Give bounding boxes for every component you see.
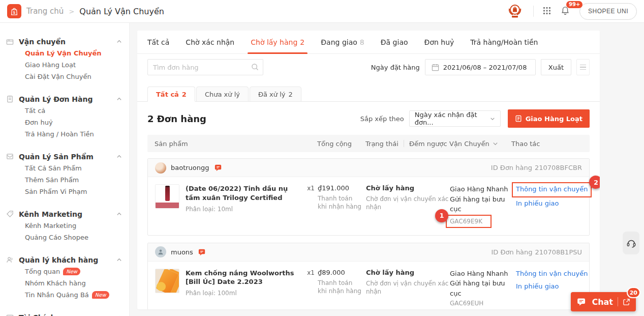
sidebar-item-marketing-channel[interactable]: Kênh Marketing: [6, 220, 122, 232]
chat-label: Chat: [592, 297, 613, 307]
mass-ship-icon: [515, 115, 522, 122]
column-status: Trạng thái: [365, 140, 398, 148]
tab-shipping[interactable]: Đang giao8: [321, 31, 364, 54]
chevron-up-icon: [116, 39, 122, 44]
order-card: muons ID Đơn hàng 210708B1PSU Kem chống …: [147, 243, 590, 310]
sidebar-section-marketing[interactable]: Kênh Marketing: [6, 208, 122, 220]
support-fab[interactable]: [623, 232, 639, 254]
sidebar-item-mass-ship[interactable]: Giao Hàng Loạt: [6, 59, 122, 71]
seller-crest-icon[interactable]: [506, 2, 524, 21]
order-status: Chờ lấy hàng: [366, 184, 450, 192]
sidebar-item-all-products[interactable]: Tất Cả Sản Phẩm: [6, 162, 122, 174]
product-quantity: x1: [307, 269, 315, 297]
breadcrumb: Trang chủ > Quản Lý Vận Chuyển: [26, 7, 164, 16]
sidebar-item-shopee-ads[interactable]: Quảng Cáo Shopee: [6, 232, 122, 243]
sidebar-item-add-product[interactable]: Thêm Sản Phẩm: [6, 174, 122, 186]
chevron-up-icon: [116, 154, 122, 159]
product-variant: Phân loại: 100ml: [186, 290, 299, 297]
annotation-box-tracking: 1 GAC69E9K: [446, 215, 492, 228]
buyer-username[interactable]: baotruongg: [171, 164, 209, 171]
shopee-logo[interactable]: S: [7, 4, 21, 18]
new-badge: New: [92, 291, 109, 299]
sidebar-item-customer-groups[interactable]: Nhóm Khách hàng: [6, 277, 122, 289]
mass-ship-button[interactable]: Giao Hàng Loạt: [508, 109, 590, 128]
headset-icon: [626, 238, 637, 249]
date-range-picker[interactable]: 2021/06/08 – 2021/07/08: [425, 59, 536, 75]
shipping-management-panel: Tất cả Chờ xác nhận Chờ lấy hàng2 Đang g…: [137, 31, 600, 309]
sidebar-item-returns-refunds[interactable]: Trả Hàng / Hoàn Tiền: [6, 128, 122, 140]
popout-icon[interactable]: [623, 298, 630, 306]
product-name[interactable]: (Date 06/2022) Tinh dầu nụ tầm xuân Tril…: [186, 184, 299, 203]
tab-cancelled[interactable]: Đơn huỷ: [424, 31, 454, 54]
notifications-button[interactable]: 99+: [560, 6, 570, 17]
payment-method: Thanh toán khi nhận hàng: [318, 279, 362, 295]
payment-method: Thanh toán khi nhận hàng: [318, 194, 362, 211]
chevron-up-icon: [116, 96, 122, 102]
sidebar-item-customer-overview[interactable]: Tổng quan New: [6, 266, 122, 277]
product-name[interactable]: Kem chống nắng Woolworths [Bill Úc] Date…: [186, 269, 299, 286]
sidebar-item-violating-products[interactable]: Sản Phẩm Vi Phạm: [6, 186, 122, 197]
apps-grid-icon[interactable]: [543, 7, 551, 16]
product-image: [155, 269, 179, 293]
sidebar-section-finance[interactable]: Tài Chính: [6, 311, 122, 316]
print-waybill-link[interactable]: In phiếu giao: [516, 198, 583, 209]
shipping-info-link[interactable]: Thông tin vận chuyển: [516, 184, 588, 194]
tab-return-refund[interactable]: Trả hàng/Hoàn tiền: [470, 31, 538, 54]
chat-widget-button[interactable]: Chat 20: [571, 292, 636, 311]
breadcrumb-home[interactable]: Trang chủ: [26, 7, 64, 16]
tab-all[interactable]: Tất cả: [147, 31, 169, 54]
order-total: ₫89.000: [318, 269, 366, 276]
subtab-processed[interactable]: Đã xử lý 2: [250, 87, 301, 102]
shipping-info-link[interactable]: Thông tin vận chuyển: [516, 269, 583, 279]
export-button[interactable]: Xuất: [541, 59, 571, 75]
marketing-icon: [6, 210, 14, 218]
sidebar-item-cancelled-orders[interactable]: Đơn huỷ: [6, 117, 122, 128]
process-subtabs: Tất cả 2 Chưa xử lý Đã xử lý 2: [137, 75, 600, 102]
tracking-code: GAC69E9K: [450, 218, 482, 225]
sidebar-section-customers[interactable]: Quản lý khách hàng: [6, 254, 122, 266]
sort-selected-value: Ngày xác nhận đặt đơn...: [415, 111, 490, 126]
chat-with-buyer-icon[interactable]: [198, 248, 206, 256]
sidebar-section-products[interactable]: Quản Lý Sản Phẩm: [6, 151, 122, 162]
product-variant: Phân loại: 10ml: [186, 206, 299, 213]
sort-select[interactable]: Ngày xác nhận đặt đơn...: [409, 110, 501, 127]
tab-to-pickup[interactable]: Chờ lấy hàng2: [251, 31, 304, 54]
tab-delivered[interactable]: Đã giao: [381, 31, 408, 54]
sort-label: Sắp xếp theo: [360, 115, 404, 123]
column-carrier-filter[interactable]: Vận Chuyển: [449, 140, 511, 148]
chat-with-buyer-icon[interactable]: [214, 163, 223, 172]
toolbar: Ngày đặt hàng 2021/06/08 – 2021/07/08 Xu…: [137, 54, 600, 75]
chevron-down-icon: [493, 141, 498, 147]
breadcrumb-separator: >: [69, 8, 74, 15]
buyer-username[interactable]: muons: [171, 248, 193, 256]
top-bar: S Trang chủ > Quản Lý Vận Chuyển: [0, 0, 644, 23]
carrier-name: Giao Hàng Nhanh: [450, 184, 512, 194]
shopee-uni-button[interactable]: SHOPEE UNI: [579, 3, 637, 20]
search-input[interactable]: [147, 59, 263, 75]
customers-icon: [6, 256, 14, 264]
order-status-note: Chờ đơn vị vận chuyển xác nhận: [366, 279, 450, 296]
list-options-button[interactable]: [576, 59, 590, 75]
column-product: Sản phẩm: [155, 140, 317, 148]
tab-to-confirm[interactable]: Chờ xác nhận: [186, 31, 234, 54]
buyer-avatar: [155, 162, 166, 174]
subtab-all[interactable]: Tất cả 2: [147, 87, 195, 102]
ship-method: Gửi hàng tại bưu cục: [450, 194, 512, 214]
sidebar-item-broadcast-messages[interactable]: Tin Nhắn Quảng Bá New: [6, 289, 122, 301]
sidebar-item-all-orders[interactable]: Tất cả: [6, 105, 122, 117]
shopee-bag-icon: S: [9, 6, 19, 16]
sidebar-section-shipping[interactable]: Vận chuyển: [6, 36, 122, 47]
table-header: Sản phẩm Tổng cộng Trạng thái Đếm ngược …: [147, 135, 590, 152]
svg-text:S: S: [13, 11, 16, 15]
notification-count-badge: 99+: [566, 1, 582, 8]
order-status: Chờ lấy hàng: [366, 269, 450, 276]
tracking-code: GAC69EUH: [450, 300, 483, 307]
sidebar-item-shipping-settings[interactable]: Cài Đặt Vận Chuyển: [6, 71, 122, 82]
sidebar-section-orders[interactable]: Quản Lý Đơn Hàng: [6, 93, 122, 105]
order-id: ID Đơn hàng 210708BFCBR: [491, 164, 582, 171]
date-filter-label: Ngày đặt hàng: [371, 64, 420, 71]
subtab-unprocessed[interactable]: Chưa xử lý: [196, 87, 249, 102]
sidebar-item-shipping-management[interactable]: Quản Lý Vận Chuyển: [6, 47, 122, 59]
date-range-value: 2021/06/08 – 2021/07/08: [443, 64, 527, 71]
print-waybill-link[interactable]: In phiếu giao: [516, 281, 583, 292]
